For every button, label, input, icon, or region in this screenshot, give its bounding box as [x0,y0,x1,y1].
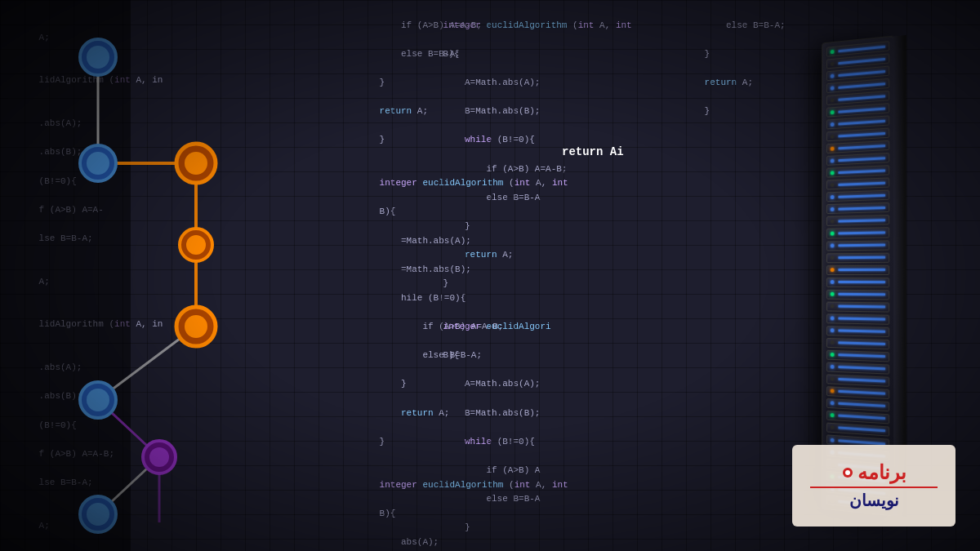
logo-bottom-text: نویسان [849,491,899,510]
server-unit [826,189,889,202]
code-col-3: integer euclidAlgorithm (int A, int B){ … [404,0,666,551]
server-unit [826,349,889,362]
svg-point-21 [149,447,169,467]
server-unit [826,398,889,411]
background: A; lidAlgorithm (int A, in .abs(A); .abs… [0,0,980,551]
svg-point-13 [185,152,207,175]
logo-icon [841,466,854,479]
server-unit [826,153,889,166]
server-unit [826,165,889,177]
server-unit [826,386,889,399]
server-unit [826,289,889,300]
logo-divider [810,487,938,488]
server-unit [826,227,889,238]
svg-point-23 [87,503,109,526]
server-unit [826,140,889,153]
svg-point-15 [186,235,206,255]
server-unit [826,410,889,424]
server-unit [826,239,889,250]
svg-point-25 [845,470,850,475]
server-unit [826,177,889,189]
server-unit [826,127,889,141]
svg-point-17 [185,315,207,338]
logo-top-text: برنامه [858,461,906,484]
server-unit [826,325,889,336]
svg-point-11 [87,152,109,175]
server-unit [826,301,889,312]
server-unit [826,215,889,226]
server-unit [826,103,889,118]
server-unit [826,252,889,263]
logo-watermark: برنامه نویسان [792,445,956,527]
server-unit [826,313,889,324]
server-unit [826,374,889,387]
server-unit [826,277,889,287]
server-unit [826,422,889,436]
svg-point-19 [87,389,109,411]
server-unit [826,362,889,374]
node-graph [0,0,261,551]
server-unit [826,91,889,105]
svg-point-9 [87,46,109,69]
server-unit [826,115,889,129]
server-rack-1 [822,35,894,516]
return-ai-text: return Ai [562,145,624,158]
server-unit [826,264,889,274]
server-unit [826,337,889,349]
server-unit [826,202,889,214]
